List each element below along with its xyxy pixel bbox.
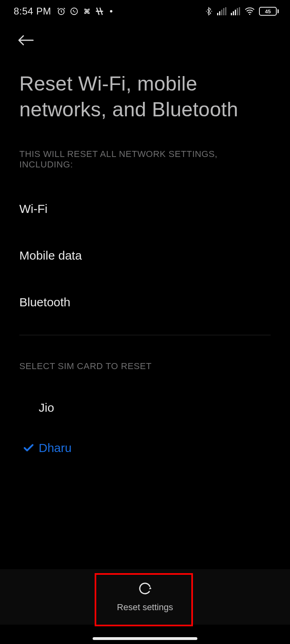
- status-bar: 8:54 PM 45: [0, 0, 290, 23]
- whatsapp-icon: [70, 7, 79, 16]
- sim-label: Jio: [39, 401, 54, 415]
- reset-icon: [138, 581, 152, 597]
- nav-handle[interactable]: [93, 637, 197, 640]
- reset-item-bluetooth: Bluetooth: [19, 286, 271, 319]
- notification-icon: [95, 7, 104, 16]
- app-bar: [0, 23, 290, 58]
- sim-item-dharu[interactable]: Dharu: [19, 428, 271, 468]
- sim-label: Dharu: [39, 441, 72, 455]
- reset-settings-button[interactable]: Reset settings: [97, 572, 193, 622]
- back-button[interactable]: [16, 31, 35, 50]
- sim-item-jio[interactable]: Jio: [19, 388, 271, 428]
- status-right: 45: [205, 6, 279, 16]
- svg-rect-5: [219, 11, 220, 15]
- svg-rect-7: [223, 8, 224, 15]
- check-icon: [23, 442, 39, 454]
- reset-item-wifi: Wi-Fi: [19, 192, 271, 225]
- status-left: 8:54 PM: [14, 6, 112, 17]
- svg-rect-6: [221, 10, 222, 15]
- svg-rect-12: [237, 8, 238, 15]
- more-notifications-dot: [110, 10, 112, 12]
- arrow-left-icon: [18, 35, 34, 46]
- pinwheel-icon: [83, 7, 91, 16]
- sim-caption: SELECT SIM CARD TO RESET: [19, 361, 271, 372]
- wifi-icon: [244, 7, 255, 15]
- status-time: 8:54 PM: [14, 6, 51, 17]
- divider: [19, 335, 271, 335]
- signal-sim1-icon: [217, 7, 227, 15]
- sim-list: Jio Dharu: [19, 388, 271, 468]
- svg-point-2: [206, 11, 207, 12]
- battery-level: 45: [259, 7, 277, 16]
- bottom-bar: Reset settings: [0, 569, 290, 625]
- content-area: Reset Wi-Fi, mobile networks, and Blueto…: [0, 71, 290, 468]
- bluetooth-icon: [205, 6, 213, 16]
- svg-point-1: [71, 8, 78, 15]
- svg-point-14: [249, 14, 250, 15]
- svg-rect-10: [233, 11, 234, 15]
- battery-tip: [278, 9, 279, 13]
- reset-item-mobile-data: Mobile data: [19, 239, 271, 272]
- svg-rect-13: [239, 7, 240, 15]
- page-title: Reset Wi-Fi, mobile networks, and Blueto…: [19, 71, 271, 122]
- svg-rect-8: [225, 7, 226, 15]
- svg-rect-11: [235, 10, 236, 15]
- battery-indicator: 45: [259, 7, 279, 16]
- reset-button-label: Reset settings: [117, 602, 173, 613]
- svg-point-3: [211, 11, 212, 12]
- svg-rect-9: [231, 13, 232, 15]
- alarm-icon: [57, 7, 66, 16]
- reset-caption: THIS WILL RESET ALL NETWORK SETTINGS, IN…: [19, 149, 271, 170]
- reset-list: Wi-Fi Mobile data Bluetooth: [19, 192, 271, 319]
- signal-sim2-icon: [231, 7, 240, 15]
- svg-rect-4: [217, 13, 218, 15]
